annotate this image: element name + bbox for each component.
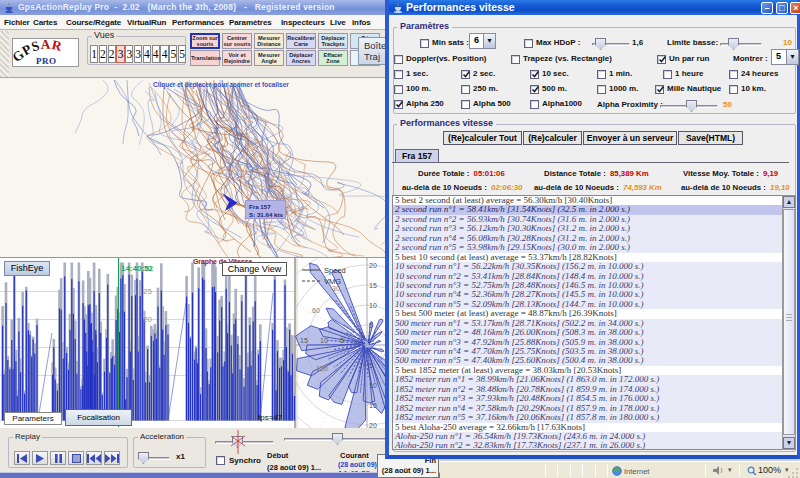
svg-text:PRO: PRO xyxy=(36,56,57,66)
svg-text:10: 10 xyxy=(369,382,377,389)
svg-text:120: 120 xyxy=(316,365,328,372)
svg-text:VMG: VMG xyxy=(324,277,341,286)
svg-text:Speed: Speed xyxy=(324,266,346,275)
svg-text:5: 5 xyxy=(369,362,373,369)
svg-text:5: 5 xyxy=(369,322,373,329)
svg-text:15: 15 xyxy=(369,402,377,409)
svg-text:15: 15 xyxy=(300,337,308,344)
svg-text:10: 10 xyxy=(369,302,377,309)
svg-text:60: 60 xyxy=(312,307,320,314)
svg-text:10: 10 xyxy=(320,337,328,344)
svg-text:5: 5 xyxy=(340,337,344,344)
